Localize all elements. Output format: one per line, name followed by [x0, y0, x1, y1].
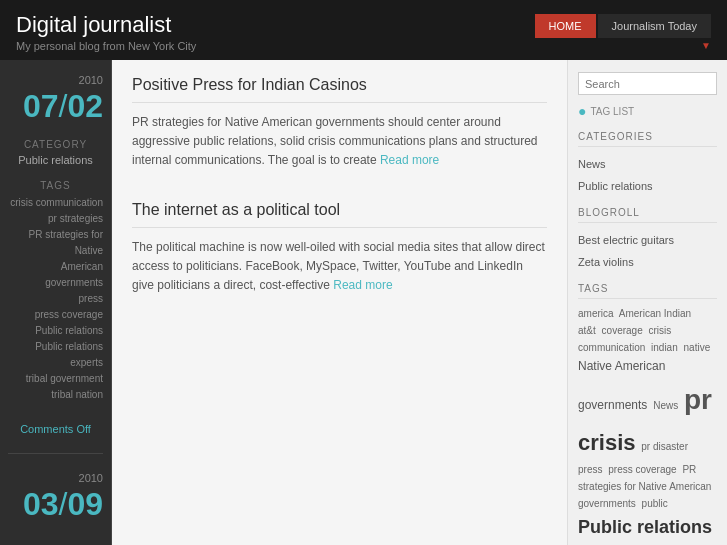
rs-categories: NewsPublic relations	[578, 153, 717, 197]
post-2-year: 2010	[8, 472, 103, 484]
posts-area: Positive Press for Indian Casinos PR str…	[112, 60, 567, 545]
sidebar-tag[interactable]: pr strategies	[8, 211, 103, 227]
sidebar-tag[interactable]: press coverage	[8, 307, 103, 323]
blogroll-link[interactable]: Zeta violins	[578, 251, 717, 273]
sidebar-tags: crisis communicationpr strategiesPR stra…	[8, 195, 103, 403]
sidebar-tag[interactable]: Public relations experts	[8, 339, 103, 371]
post-1-month: 02	[67, 90, 103, 122]
sidebar-tag[interactable]: tribal nation	[8, 387, 103, 403]
sidebar-tag[interactable]: PR strategies for Native	[8, 227, 103, 259]
categories-title: CATEGORIES	[578, 131, 717, 147]
tag-list-label: TAG LIST	[590, 106, 634, 117]
tag-cloud-item[interactable]: at&t	[578, 325, 596, 336]
header: Digital journalist My personal blog from…	[0, 0, 727, 60]
tag-cloud-item[interactable]: native	[684, 342, 711, 353]
tag-cloud-item[interactable]: press	[578, 464, 602, 475]
nav-item-home[interactable]: HOME	[535, 14, 596, 38]
main-container: 2010 07 / 02 CATEGORY Public relations T…	[0, 60, 727, 545]
sidebar-tag[interactable]: tribal government	[8, 371, 103, 387]
post-2-date-row: 03 / 09	[8, 486, 103, 523]
post-1-title: Positive Press for Indian Casinos	[132, 76, 547, 103]
post-2-month: 09	[67, 488, 103, 520]
left-sidebar: 2010 07 / 02 CATEGORY Public relations T…	[0, 60, 112, 545]
tag-cloud-item[interactable]: American Indian	[619, 308, 691, 319]
site-title: Digital journalist	[16, 12, 196, 38]
blogroll-link[interactable]: Best electric guitars	[578, 229, 717, 251]
search-box: 🔍	[578, 72, 717, 95]
sidebar-tag[interactable]: American governments	[8, 259, 103, 291]
category-link[interactable]: Public relations	[578, 175, 717, 197]
tag-cloud-item[interactable]: pr	[684, 384, 712, 415]
post-2-day: 03	[23, 488, 59, 520]
tag-cloud-item[interactable]: crisis	[578, 430, 636, 455]
tag-cloud-item[interactable]: Public relations	[578, 517, 712, 537]
site-subtitle: My personal blog from New York City	[16, 40, 196, 52]
tag-cloud-item[interactable]: News	[653, 400, 678, 411]
tags-title: TAGS	[578, 283, 717, 299]
tag-cloud-item[interactable]: indian	[651, 342, 678, 353]
right-sidebar: 🔍 ● TAG LIST CATEGORIES NewsPublic relat…	[567, 60, 727, 545]
tag-list-dot: ●	[578, 103, 586, 119]
nav-item-journalism[interactable]: Journalism Today	[598, 14, 711, 38]
sidebar-tag[interactable]: crisis communication	[8, 195, 103, 211]
rs-tags-cloud: america American Indian at&t coverage cr…	[578, 305, 717, 545]
post-1-excerpt: PR strategies for Native American govern…	[132, 113, 547, 171]
search-input[interactable]	[579, 74, 727, 94]
nav-bar: HOME Journalism Today	[535, 14, 711, 38]
comments-off: Comments Off	[8, 423, 103, 435]
post-1-day: 07	[23, 90, 59, 122]
tag-cloud-item[interactable]: public	[642, 498, 668, 509]
category-link[interactable]: News	[578, 153, 717, 175]
date-slash-1: /	[59, 88, 68, 125]
tags-label: TAGS	[8, 180, 103, 191]
sidebar-tag[interactable]: Public relations	[8, 323, 103, 339]
post-1-read-more[interactable]: Read more	[380, 153, 439, 167]
category-value: Public relations	[8, 154, 103, 166]
post-1-date-row: 07 / 02	[8, 88, 103, 125]
post-2-title: The internet as a political tool	[132, 201, 547, 228]
tag-cloud-item[interactable]: america	[578, 308, 614, 319]
post-2-read-more[interactable]: Read more	[333, 278, 392, 292]
nav-dropdown-arrow: ▼	[701, 40, 711, 51]
date-slash-2: /	[59, 486, 68, 523]
post-2-excerpt: The political machine is now well-oiled …	[132, 238, 547, 296]
blogroll-title: BLOGROLL	[578, 207, 717, 223]
tag-cloud-item[interactable]: press coverage	[608, 464, 676, 475]
tag-cloud-item[interactable]: coverage	[602, 325, 643, 336]
post-1-year: 2010	[8, 74, 103, 86]
post-1: Positive Press for Indian Casinos PR str…	[132, 76, 547, 171]
post-2: The internet as a political tool The pol…	[132, 201, 547, 296]
category-label: CATEGORY	[8, 139, 103, 150]
sidebar-divider	[8, 453, 103, 454]
tag-list-toggle[interactable]: ● TAG LIST	[578, 103, 717, 119]
site-title-block: Digital journalist My personal blog from…	[16, 12, 196, 52]
rs-blogroll: Best electric guitarsZeta violins	[578, 229, 717, 273]
tag-cloud-item[interactable]: pr disaster	[641, 441, 688, 452]
sidebar-tag[interactable]: press	[8, 291, 103, 307]
